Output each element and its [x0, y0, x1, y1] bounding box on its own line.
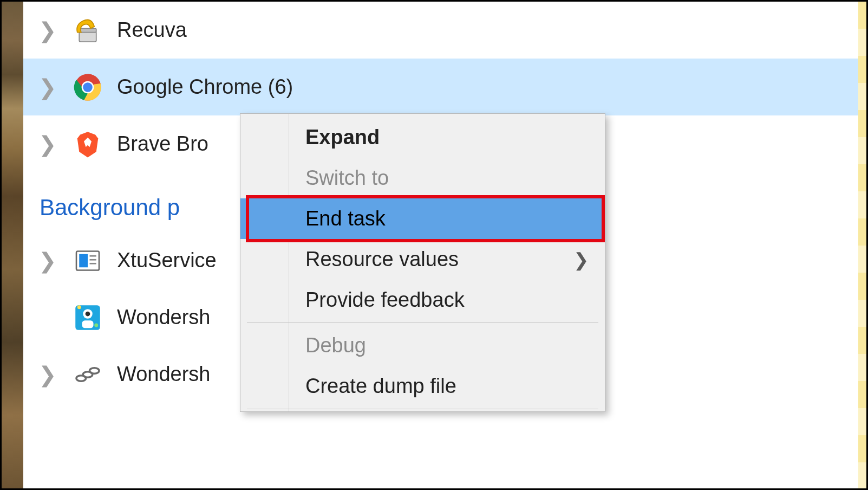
ctx-item-label: Switch to: [305, 166, 389, 190]
svg-rect-0: [79, 31, 96, 41]
svg-point-18: [90, 368, 100, 373]
bottom-blank-patch: [727, 418, 857, 467]
ctx-resource-values[interactable]: Resource values ❯: [240, 239, 605, 280]
chevron-right-icon[interactable]: ❯: [37, 248, 58, 273]
ctx-item-label: Create dump file: [305, 375, 456, 398]
svg-point-15: [94, 323, 98, 327]
ctx-item-label: End task: [305, 207, 386, 230]
process-row-recuva[interactable]: ❯ Recuva: [23, 2, 866, 59]
ctx-item-label: Debug: [305, 334, 366, 357]
chevron-right-icon[interactable]: ❯: [37, 75, 58, 100]
process-label: Google Chrome (6): [117, 75, 293, 99]
svg-rect-6: [79, 254, 88, 267]
chrome-icon: [70, 70, 105, 105]
ctx-provide-feedback[interactable]: Provide feedback: [240, 280, 605, 320]
chevron-right-icon: ❯: [573, 249, 589, 270]
ctx-end-task[interactable]: End task: [240, 198, 605, 239]
brave-icon: [70, 127, 105, 162]
context-menu-separator: [247, 323, 598, 323]
svg-point-14: [77, 305, 81, 309]
ctx-switch-to: Switch to: [240, 158, 605, 198]
chevron-right-icon[interactable]: ❯: [37, 362, 58, 387]
xtuservice-icon: [70, 243, 105, 278]
ctx-debug: Debug: [240, 325, 605, 366]
recuva-icon: [70, 13, 105, 48]
process-label: Wondersh: [117, 306, 211, 329]
svg-point-4: [83, 82, 93, 92]
svg-rect-1: [79, 28, 96, 32]
wondershare-icon: [70, 300, 105, 335]
process-label: Wondersh: [117, 363, 211, 386]
ctx-item-label: Expand: [305, 126, 380, 149]
chevron-right-icon[interactable]: ❯: [37, 132, 58, 157]
ctx-create-dump[interactable]: Create dump file: [240, 366, 605, 407]
section-header-label: Background p: [40, 195, 180, 221]
ctx-item-label: Provide feedback: [305, 288, 465, 312]
context-menu: Expand Switch to End task Resource value…: [240, 113, 605, 412]
process-row-google-chrome[interactable]: ❯ Google Chrome (6): [23, 59, 866, 115]
ctx-expand[interactable]: Expand: [240, 117, 605, 158]
performance-column-strip: [858, 2, 866, 488]
ctx-item-label: Resource values: [305, 248, 459, 271]
process-label: Recuva: [117, 18, 187, 42]
context-menu-separator: [247, 409, 598, 409]
process-label: Brave Bro: [117, 132, 208, 156]
process-label: XtuService: [117, 249, 217, 272]
chevron-right-icon[interactable]: ❯: [37, 18, 58, 43]
svg-rect-13: [82, 320, 94, 328]
wondershare-link-icon: [70, 357, 105, 392]
desktop-background-strip: [2, 2, 23, 488]
svg-point-12: [86, 311, 90, 316]
